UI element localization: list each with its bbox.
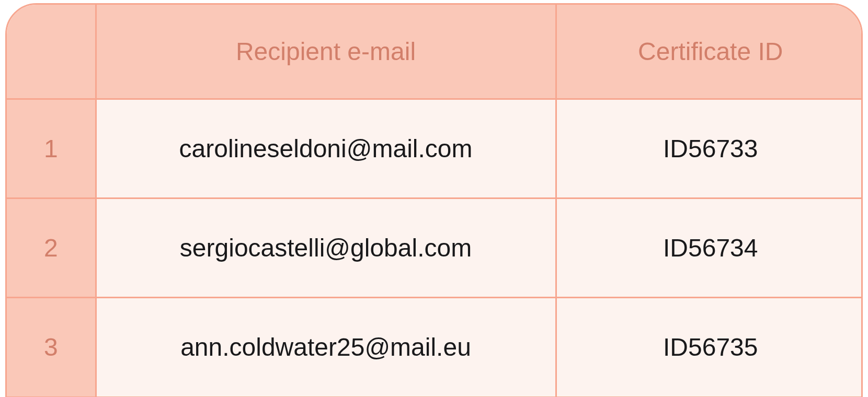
- row-index: 3: [7, 297, 96, 396]
- row-index: 2: [7, 198, 96, 297]
- table-row[interactable]: 3 ann.coldwater25@mail.eu ID56735: [7, 297, 863, 396]
- recipient-table: Recipient e-mail Certificate ID 1 caroli…: [7, 5, 863, 396]
- row-certificate: ID56733: [556, 99, 863, 198]
- table-header-row: Recipient e-mail Certificate ID: [7, 5, 863, 99]
- header-index: [7, 5, 96, 99]
- recipient-table-wrapper: Recipient e-mail Certificate ID 1 caroli…: [5, 3, 863, 397]
- row-certificate: ID56734: [556, 198, 863, 297]
- header-certificate: Certificate ID: [556, 5, 863, 99]
- row-certificate: ID56735: [556, 297, 863, 396]
- table-row[interactable]: 1 carolineseldoni@mail.com ID56733: [7, 99, 863, 198]
- header-email: Recipient e-mail: [96, 5, 556, 99]
- row-index: 1: [7, 99, 96, 198]
- row-email: ann.coldwater25@mail.eu: [96, 297, 556, 396]
- row-email: carolineseldoni@mail.com: [96, 99, 556, 198]
- table-row[interactable]: 2 sergiocastelli@global.com ID56734: [7, 198, 863, 297]
- row-email: sergiocastelli@global.com: [96, 198, 556, 297]
